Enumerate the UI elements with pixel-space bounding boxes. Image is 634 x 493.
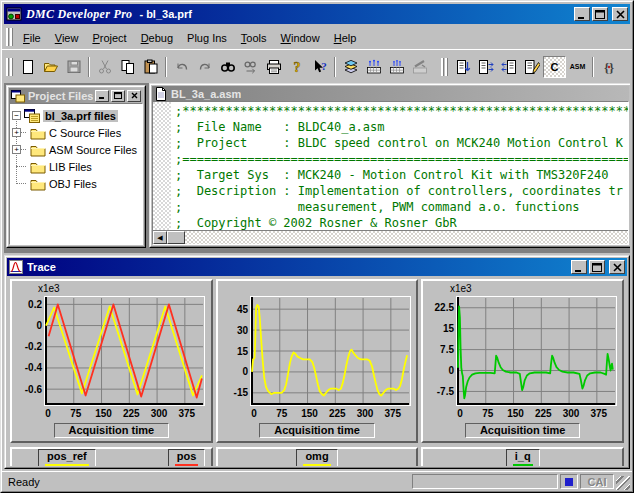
svg-text:150: 150 (507, 408, 524, 419)
build-button[interactable] (385, 56, 408, 78)
toolbar-separator (88, 57, 90, 77)
folder-icon (30, 126, 46, 140)
project-minimize-button[interactable] (95, 90, 109, 102)
list-down-button[interactable] (451, 56, 474, 78)
asm-mode-label: ASM (570, 63, 586, 70)
maximize-button[interactable] (592, 7, 608, 21)
chart-column-2: 4530150-15075150225300375Acquisition tim… (216, 279, 419, 443)
find-next-icon (243, 59, 259, 75)
menu-item-tools[interactable]: Tools (234, 29, 274, 47)
svg-text:7.5: 7.5 (440, 344, 454, 355)
chart-3-svg: 22.5157.50-7.5075150225300375x1e3 (424, 283, 622, 421)
scroll-thumb[interactable] (167, 231, 185, 244)
tree-root[interactable]: −bl_3a.prf files (12, 107, 140, 124)
save-file-button[interactable] (62, 56, 85, 78)
context-help-icon: ? (312, 59, 328, 75)
build-all-icon (366, 59, 382, 75)
open-file-icon (43, 59, 59, 75)
chart-panel-3: 22.5157.50-7.5075150225300375x1e3Acquisi… (421, 279, 624, 443)
status-cai: CAI (580, 474, 614, 489)
toolbar2-gripper[interactable] (441, 58, 448, 76)
project-maximize-button[interactable] (111, 90, 125, 102)
trace-title: Trace (27, 261, 56, 273)
menu-item-plug-ins[interactable]: Plug Ins (180, 29, 234, 47)
chart-panel-1: 0.20-0.2-0.4-0.6075150225300375x1e3Acqui… (10, 279, 213, 443)
build-stop-button[interactable] (408, 56, 431, 78)
tree-item-label: LIB Files (49, 161, 92, 173)
title-bar[interactable]: DMC Developer Pro - bl_3a.prf (4, 4, 630, 24)
svg-text:?: ? (293, 60, 300, 75)
menu-item-help[interactable]: Help (327, 29, 364, 47)
project-close-button[interactable] (127, 90, 141, 102)
legend-pos[interactable]: pos (168, 449, 206, 467)
plugin-braces-button[interactable]: {} (597, 56, 620, 78)
svg-text:0.2: 0.2 (28, 299, 42, 310)
doc-edit-button[interactable] (520, 56, 543, 78)
find-button[interactable] (216, 56, 239, 78)
tree-expand-box[interactable]: + (12, 145, 21, 154)
chart-panel-2: 4530150-15075150225300375Acquisition tim… (216, 279, 419, 443)
x-axis-label-2: Acquisition time (259, 423, 375, 438)
menu-item-project[interactable]: Project (85, 29, 133, 47)
menu-item-file[interactable]: File (16, 29, 48, 47)
cut-button[interactable] (93, 56, 116, 78)
scroll-left-button[interactable]: ◀ (153, 231, 167, 244)
tree-item-asm-source-files[interactable]: +ASM Source Files (30, 141, 140, 158)
help-button[interactable]: ? (285, 56, 308, 78)
menu-item-window[interactable]: Window (274, 29, 327, 47)
toolbar-gripper[interactable] (6, 58, 13, 76)
code-line: ; File Name : BLDC40_a.asm (175, 120, 628, 136)
tree-item-label: C Source Files (49, 127, 121, 139)
open-file-button[interactable] (39, 56, 62, 78)
legend-omg[interactable]: omg (296, 449, 337, 467)
svg-text:225: 225 (329, 408, 346, 419)
tree-expand-box[interactable]: + (12, 128, 21, 137)
menu-item-view[interactable]: View (48, 29, 86, 47)
legend-pos_ref[interactable]: pos_ref (38, 449, 96, 467)
c-mode-button[interactable]: C (543, 56, 566, 78)
code-line: ; Description : Implementation of contro… (175, 184, 628, 200)
close-button[interactable] (612, 7, 628, 21)
trace-titlebar[interactable]: Trace (7, 258, 627, 276)
tree-item-c-source-files[interactable]: +C Source Files (30, 124, 140, 141)
help-icon: ? (289, 59, 305, 75)
trace-maximize-button[interactable] (589, 260, 605, 274)
tree-item-label: ASM Source Files (49, 144, 137, 156)
resize-grip[interactable] (616, 476, 630, 490)
menu-item-debug[interactable]: Debug (134, 29, 180, 47)
doc-right-button[interactable] (474, 56, 497, 78)
folder-icon (30, 177, 46, 191)
paste-button[interactable] (139, 56, 162, 78)
context-help-button[interactable]: ? (308, 56, 331, 78)
tree-item-lib-files[interactable]: LIB Files (30, 158, 140, 175)
asm-mode-button[interactable]: ASM (566, 56, 589, 78)
paste-icon (143, 59, 159, 75)
project-tree[interactable]: −bl_3a.prf files+C Source Files+ASM Sour… (9, 103, 143, 245)
chart-1-svg: 0.20-0.2-0.4-0.6075150225300375x1e3 (12, 283, 210, 421)
redo-button[interactable] (193, 56, 216, 78)
editor-hscrollbar[interactable]: ◀ (153, 230, 628, 244)
svg-text:375: 375 (385, 408, 402, 419)
trace-minimize-button[interactable] (571, 260, 587, 274)
legend-i_q[interactable]: i_q (506, 449, 540, 467)
trace-close-button[interactable] (609, 260, 625, 274)
copy-button[interactable] (116, 56, 139, 78)
print-button[interactable] (262, 56, 285, 78)
tree-connector (16, 166, 26, 167)
svg-text:300: 300 (562, 408, 579, 419)
window-title: DMC Developer Pro (26, 7, 132, 22)
new-file-button[interactable] (16, 56, 39, 78)
minimize-button[interactable] (574, 7, 590, 21)
doc-left-button[interactable] (497, 56, 520, 78)
project-window-icon (11, 89, 25, 103)
build-all-button[interactable] (362, 56, 385, 78)
undo-button[interactable] (170, 56, 193, 78)
project-files-titlebar[interactable]: Project Files (9, 88, 143, 103)
tree-item-obj-files[interactable]: OBJ Files (30, 175, 140, 192)
find-next-button[interactable] (239, 56, 262, 78)
build-options-button[interactable] (339, 56, 362, 78)
editor-titlebar[interactable]: BL_3a_a.asm (152, 86, 629, 101)
menu-gripper[interactable] (6, 28, 13, 46)
tree-collapse-box[interactable]: − (12, 111, 21, 120)
editor-code[interactable]: ;***************************************… (171, 102, 628, 230)
